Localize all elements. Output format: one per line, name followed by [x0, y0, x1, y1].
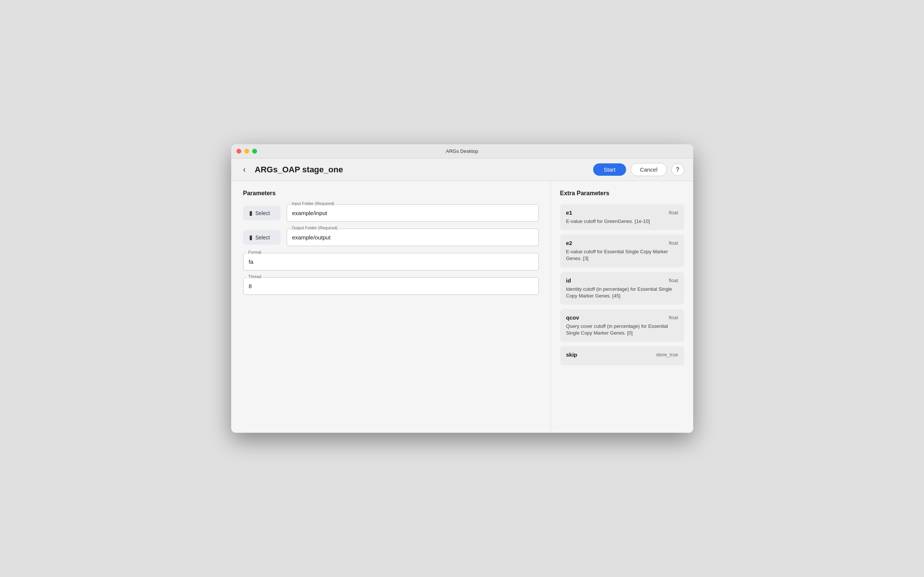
format-field-container: Format [243, 253, 539, 271]
maximize-button[interactable] [252, 149, 257, 154]
extra-param-e1-header: e1 float [566, 210, 678, 216]
extra-param-id-header: id float [566, 277, 678, 284]
main-window: ARGs Desktop ‹ ARGs_OAP stage_one Start … [231, 144, 693, 433]
extra-param-e1: e1 float E-value cutoff for GreenGenes. … [560, 204, 684, 230]
parameters-title: Parameters [243, 190, 539, 197]
extra-param-qcov-desc: Query cover cutoff (in percentage) for E… [566, 323, 678, 337]
help-button[interactable]: ? [671, 163, 684, 176]
thread-field-container: Thread [243, 277, 539, 295]
format-input[interactable] [243, 253, 539, 271]
extra-param-qcov-type: float [669, 315, 678, 320]
extra-param-skip-name: skip [566, 351, 577, 358]
extra-param-e2: e2 float E-value cutoff for Essential Si… [560, 235, 684, 267]
extra-param-e1-type: float [669, 210, 678, 216]
extra-param-skip: skip store_true [560, 346, 684, 365]
extra-param-e1-desc: E-value cutoff for GreenGenes. [1e-10] [566, 218, 678, 225]
extra-param-skip-type: store_true [656, 352, 678, 358]
output-folder-field-container: Output Folder (Required) [287, 229, 539, 246]
output-folder-select-button[interactable]: ▮ Select [243, 230, 281, 245]
output-folder-row: ▮ Select Output Folder (Required) [243, 229, 539, 246]
extra-param-qcov: qcov float Query cover cutoff (in percen… [560, 309, 684, 342]
minimize-button[interactable] [244, 149, 249, 154]
thread-label: Thread [247, 274, 263, 279]
extra-param-e2-header: e2 float [566, 240, 678, 246]
input-folder-label: Input Folder (Required) [290, 201, 336, 206]
traffic-lights [236, 149, 257, 154]
toolbar-actions: Start Cancel ? [593, 163, 684, 176]
extra-param-e1-name: e1 [566, 210, 572, 216]
extra-param-e2-desc: E-value cutoff for Essential Single Copy… [566, 248, 678, 262]
back-button[interactable]: ‹ [240, 163, 249, 176]
input-folder-field-container: Input Folder (Required) [287, 204, 539, 222]
folder-icon: ▮ [249, 210, 253, 216]
left-panel: Parameters ▮ Select Input Folder (Requir… [231, 181, 551, 433]
right-panel: Extra Parameters e1 float E-value cutoff… [551, 181, 693, 433]
content-area: Parameters ▮ Select Input Folder (Requir… [231, 181, 693, 433]
input-folder-select-label: Select [256, 210, 270, 216]
extra-param-skip-header: skip store_true [566, 351, 678, 358]
format-label: Format [247, 250, 263, 255]
cancel-button[interactable]: Cancel [631, 163, 667, 176]
extra-param-id-type: float [669, 278, 678, 283]
extra-parameters-title: Extra Parameters [560, 190, 684, 197]
window-title: ARGs Desktop [446, 148, 478, 154]
extra-param-qcov-name: qcov [566, 314, 579, 321]
folder-icon-2: ▮ [249, 234, 253, 241]
input-folder-row: ▮ Select Input Folder (Required) [243, 204, 539, 222]
toolbar: ‹ ARGs_OAP stage_one Start Cancel ? [231, 158, 693, 181]
extra-param-id-name: id [566, 277, 571, 284]
close-button[interactable] [236, 149, 241, 154]
page-title: ARGs_OAP stage_one [255, 165, 593, 175]
start-button[interactable]: Start [593, 163, 626, 176]
extra-param-e2-name: e2 [566, 240, 572, 246]
output-folder-label: Output Folder (Required) [290, 226, 339, 230]
thread-input[interactable] [243, 277, 539, 295]
input-folder-select-button[interactable]: ▮ Select [243, 206, 281, 220]
title-bar: ARGs Desktop [231, 144, 693, 158]
input-folder-input[interactable] [287, 204, 539, 222]
extra-param-id: id float Identity cutoff (in percentage)… [560, 272, 684, 305]
output-folder-input[interactable] [287, 229, 539, 246]
output-folder-select-label: Select [256, 235, 270, 240]
extra-param-e2-type: float [669, 240, 678, 246]
extra-param-qcov-header: qcov float [566, 314, 678, 321]
extra-param-id-desc: Identity cutoff (in percentage) for Esse… [566, 286, 678, 299]
